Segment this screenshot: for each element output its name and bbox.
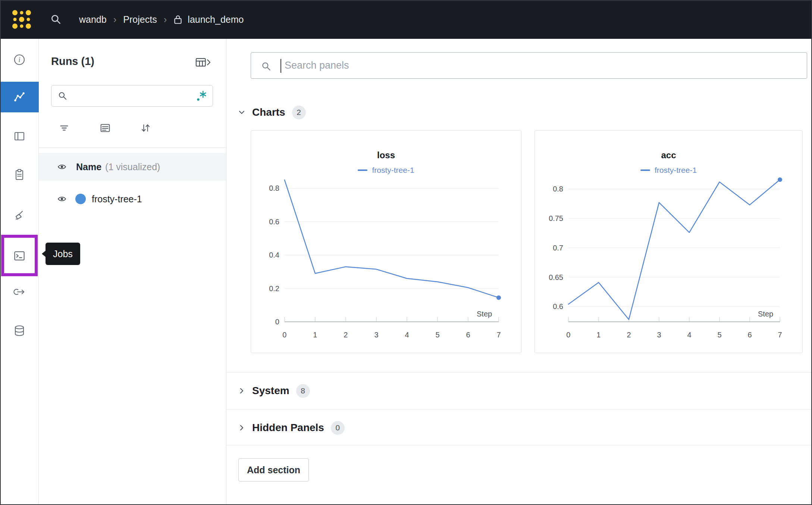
- eye-icon: [56, 194, 68, 203]
- wandb-app-window: wandb › Projects › launch_demo i: [0, 0, 812, 505]
- svg-text:0.75: 0.75: [549, 214, 563, 222]
- acc-line-chart: 0.60.650.70.750.801234567Step: [535, 131, 802, 353]
- terminal-icon: [12, 249, 26, 263]
- svg-text:6: 6: [466, 331, 470, 339]
- svg-text:0.8: 0.8: [553, 185, 563, 193]
- runs-name-header-row[interactable]: Name (1 visualized): [39, 153, 226, 181]
- table-panel-icon: [13, 130, 26, 143]
- breadcrumb-projects[interactable]: Projects: [123, 14, 157, 25]
- text-caret: [280, 59, 281, 73]
- nav-artifacts-item[interactable]: [0, 319, 39, 342]
- svg-text:0.6: 0.6: [553, 302, 563, 311]
- project-nav-rail: i: [0, 39, 39, 505]
- svg-text:4: 4: [687, 331, 691, 339]
- run-color-dot[interactable]: [75, 194, 86, 204]
- loss-line-chart: 00.20.40.60.801234567Step: [251, 131, 521, 353]
- workspace-main: Charts 2 loss frosty-tree-1 00.20.40.60.…: [226, 39, 812, 505]
- jobs-tooltip: Jobs: [46, 243, 80, 265]
- svg-text:2: 2: [627, 331, 631, 339]
- section-header-system[interactable]: System 8: [226, 379, 812, 402]
- chart-panel-acc[interactable]: acc frosty-tree-1 0.60.650.70.750.801234…: [534, 130, 803, 353]
- clipboard-icon: [13, 168, 26, 181]
- sort-runs-button[interactable]: [137, 121, 154, 135]
- global-search-icon[interactable]: [48, 12, 63, 27]
- svg-text:0.6: 0.6: [269, 218, 279, 226]
- runs-sidebar-panel: Runs (1): [39, 39, 226, 505]
- svg-text:0: 0: [275, 318, 279, 326]
- breadcrumb-separator: ›: [113, 14, 117, 25]
- list-icon: [99, 122, 112, 134]
- divider: [39, 147, 226, 148]
- group-runs-button[interactable]: [97, 121, 113, 135]
- broom-icon: [13, 208, 26, 222]
- panel-search-box: [251, 52, 807, 79]
- breadcrumb-separator: ›: [164, 14, 167, 25]
- breadcrumb-entity[interactable]: wandb: [79, 14, 107, 25]
- charts-count-badge: 2: [292, 106, 306, 119]
- section-header-charts[interactable]: Charts 2: [226, 101, 812, 124]
- chevron-right-icon: [237, 423, 246, 432]
- line-chart-icon: [12, 90, 27, 105]
- divider: [226, 445, 812, 445]
- chart-panel-loss[interactable]: loss frosty-tree-1 00.20.40.60.801234567…: [251, 130, 521, 353]
- breadcrumb-project[interactable]: launch_demo: [188, 14, 244, 25]
- system-section-label: System: [252, 385, 289, 397]
- nav-overview-item[interactable]: i: [0, 49, 39, 71]
- expand-runs-table-button[interactable]: [192, 54, 215, 71]
- search-icon: [261, 61, 272, 74]
- runs-search-input[interactable]: [72, 91, 195, 101]
- regex-toggle-icon[interactable]: [195, 90, 207, 102]
- name-column-header: Name: [76, 162, 101, 172]
- breadcrumb: wandb › Projects › launch_demo: [79, 14, 244, 25]
- svg-text:7: 7: [496, 331, 501, 339]
- svg-text:Step: Step: [477, 310, 492, 318]
- toggle-run-visibility-button[interactable]: [55, 193, 69, 205]
- run-list-item[interactable]: frosty-tree-1: [39, 187, 226, 211]
- divider: [226, 409, 812, 409]
- charts-section-label: Charts: [252, 106, 285, 118]
- svg-text:0: 0: [566, 331, 570, 339]
- jobs-tooltip-label: Jobs: [53, 249, 73, 259]
- topbar: wandb › Projects › launch_demo: [0, 0, 812, 39]
- chevron-right-icon: [237, 386, 246, 395]
- nav-sweeps-item[interactable]: [0, 204, 39, 226]
- filter-icon: [58, 122, 70, 134]
- svg-text:0.2: 0.2: [269, 284, 279, 293]
- table-icon: [196, 58, 206, 66]
- search-panels-input[interactable]: [285, 53, 803, 78]
- system-count-badge: 8: [296, 384, 310, 398]
- nav-jobs-item[interactable]: [12, 249, 26, 263]
- info-icon: i: [13, 53, 26, 66]
- runs-search-box: [51, 85, 213, 107]
- svg-text:Step: Step: [758, 310, 773, 318]
- nav-runs-table-item[interactable]: [0, 125, 39, 147]
- section-header-hidden-panels[interactable]: Hidden Panels 0: [226, 416, 812, 439]
- chevron-down-icon: [237, 108, 246, 117]
- svg-text:0: 0: [282, 331, 286, 339]
- nav-automations-item[interactable]: [0, 281, 39, 303]
- svg-text:0.8: 0.8: [269, 184, 279, 192]
- hidden-panels-count-badge: 0: [331, 421, 345, 435]
- visualized-count-label: (1 visualized): [105, 162, 160, 172]
- divider: [226, 372, 812, 372]
- toggle-all-visibility-button[interactable]: [55, 161, 69, 173]
- database-icon: [13, 324, 26, 337]
- svg-text:i: i: [18, 56, 20, 63]
- add-section-button[interactable]: Add section: [238, 458, 309, 481]
- search-icon: [57, 91, 68, 101]
- jobs-highlight-annotation: [1, 235, 38, 276]
- svg-text:5: 5: [435, 331, 439, 339]
- lock-icon: [173, 14, 182, 25]
- svg-text:2: 2: [344, 331, 348, 339]
- svg-text:4: 4: [405, 331, 409, 339]
- runs-panel-title: Runs (1): [51, 55, 94, 68]
- hidden-panels-section-label: Hidden Panels: [252, 422, 324, 434]
- svg-text:1: 1: [313, 331, 317, 339]
- filter-runs-button[interactable]: [56, 121, 72, 135]
- nav-workspace-item[interactable]: [0, 82, 39, 112]
- svg-text:0.65: 0.65: [549, 273, 563, 281]
- nav-reports-item[interactable]: [0, 163, 39, 186]
- run-name-label[interactable]: frosty-tree-1: [92, 194, 142, 205]
- link-arrow-icon: [13, 285, 26, 299]
- wandb-logo[interactable]: [11, 9, 32, 30]
